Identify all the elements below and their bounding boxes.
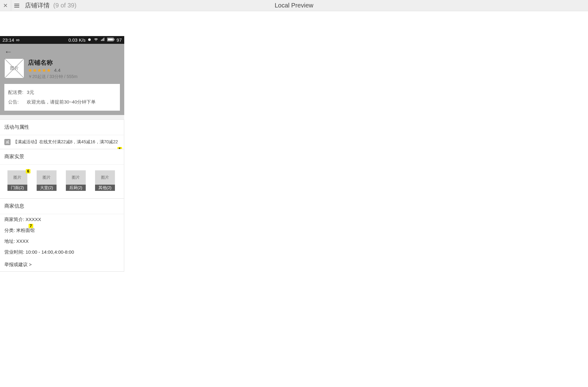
svg-rect-3 bbox=[101, 40, 102, 41]
svg-rect-8 bbox=[108, 39, 113, 41]
svg-rect-2 bbox=[89, 40, 90, 40]
shop-header: ← 图片 店铺名称 4.4 bbox=[0, 44, 124, 115]
scene-image-placeholder: 图片 bbox=[37, 170, 57, 185]
scene-item[interactable]: 图片后厨(2) bbox=[66, 170, 86, 191]
status-time: 23:14 bbox=[2, 37, 14, 43]
shop-meta-line: ￥20起送 / 33分钟 / 555m bbox=[28, 74, 120, 80]
promo-row: 减 【满减活动】在线支付满22减8，满45减16，满70减22 bbox=[4, 139, 120, 145]
alarm-icon bbox=[87, 37, 92, 43]
back-arrow-icon[interactable]: ← bbox=[4, 47, 12, 57]
brief-label: 商家简介: bbox=[4, 217, 24, 222]
discount-badge: 减 bbox=[4, 139, 11, 145]
scene-caption: 后厨(2) bbox=[66, 185, 86, 191]
svg-rect-6 bbox=[104, 38, 104, 41]
svg-rect-5 bbox=[103, 39, 103, 41]
info-title: 商家信息 bbox=[0, 199, 124, 214]
scenes-title: 商家实景 bbox=[0, 149, 124, 165]
shop-info-box: 配送费: 3元 公告: 欢迎光临，请提前30~40分钟下单 bbox=[4, 84, 120, 111]
section-scenes: 商家实景 图片门面(2)6图片大堂(2)图片后厨(2)图片其他(2) bbox=[0, 149, 124, 199]
delivery-fee-label: 配送费: bbox=[8, 90, 25, 95]
status-speed: 0.03 K/s bbox=[68, 37, 85, 43]
close-icon[interactable]: ✕ bbox=[0, 0, 11, 11]
category-label: 分类: bbox=[4, 228, 15, 233]
section-info: 商家信息 商家简介: XXXXX 分类: 米粉面馆 7 地址: XXXX 营业时… bbox=[0, 198, 124, 272]
notice-label: 公告: bbox=[8, 99, 25, 105]
phone-status-bar: 23:14 ∞ 0.03 K/s 97 bbox=[0, 36, 124, 44]
section-promo: 活动与属性 减 【满减活动】在线支付满22减8，满45减16，满70减22 5 bbox=[0, 119, 124, 149]
hours-label: 营业时间: bbox=[4, 249, 24, 255]
notice-value: 欢迎光临，请提前30~40分钟下单 bbox=[27, 99, 96, 104]
menu-icon[interactable] bbox=[11, 4, 22, 7]
svg-rect-9 bbox=[114, 39, 115, 40]
promo-title: 活动与属性 bbox=[0, 120, 124, 135]
shop-name: 店铺名称 bbox=[28, 58, 120, 67]
hours-value: 10:00 - 14:00,4:00-8:00 bbox=[25, 249, 74, 255]
topbar-title: 店铺详情 (9 of 39) bbox=[25, 1, 76, 10]
shop-image-placeholder[interactable]: 图片 bbox=[4, 58, 24, 78]
rating-value: 4.4 bbox=[54, 67, 61, 73]
signal-icon bbox=[100, 37, 105, 43]
svg-rect-4 bbox=[102, 39, 103, 41]
note-6[interactable]: 6 bbox=[26, 169, 30, 173]
rating-stars bbox=[28, 68, 51, 72]
scene-item[interactable]: 图片大堂(2) bbox=[37, 170, 57, 191]
delivery-fee-value: 3元 bbox=[27, 90, 34, 95]
section-gap bbox=[0, 115, 124, 119]
canvas: 23:14 ∞ 0.03 K/s 97 bbox=[0, 11, 588, 272]
infinity-icon: ∞ bbox=[16, 37, 20, 43]
scene-caption: 大堂(2) bbox=[37, 185, 57, 191]
preview-label: Local Preview bbox=[275, 2, 313, 9]
scene-item[interactable]: 图片其他(2) bbox=[95, 170, 115, 191]
shop-image-label: 图片 bbox=[10, 66, 19, 71]
status-battery-value: 97 bbox=[116, 37, 122, 43]
report-link[interactable]: 举报或建议 > bbox=[0, 258, 124, 271]
svg-rect-1 bbox=[89, 39, 90, 40]
page-index: (9 of 39) bbox=[53, 2, 76, 9]
scene-item[interactable]: 图片门面(2)6 bbox=[7, 170, 27, 191]
note-7[interactable]: 7 bbox=[29, 224, 33, 228]
scene-image-placeholder: 图片 bbox=[7, 170, 27, 185]
battery-icon bbox=[107, 37, 115, 43]
category-value: 米粉面馆 bbox=[16, 228, 35, 233]
page-title-text: 店铺详情 bbox=[25, 2, 50, 9]
phone-mockup: 23:14 ∞ 0.03 K/s 97 bbox=[0, 36, 124, 272]
wifi-icon bbox=[93, 37, 98, 43]
app-topbar: ✕ 店铺详情 (9 of 39) Local Preview bbox=[0, 0, 588, 11]
address-value: XXXX bbox=[16, 238, 29, 244]
address-label: 地址: bbox=[4, 238, 15, 244]
scene-image-placeholder: 图片 bbox=[66, 170, 86, 185]
scene-image-placeholder: 图片 bbox=[95, 170, 115, 185]
scene-caption: 门面(2) bbox=[7, 185, 27, 191]
promo-text: 【满减活动】在线支付满22减8，满45减16，满70减22 bbox=[13, 139, 118, 145]
scene-caption: 其他(2) bbox=[95, 185, 115, 191]
brief-value: XXXXX bbox=[25, 217, 41, 222]
